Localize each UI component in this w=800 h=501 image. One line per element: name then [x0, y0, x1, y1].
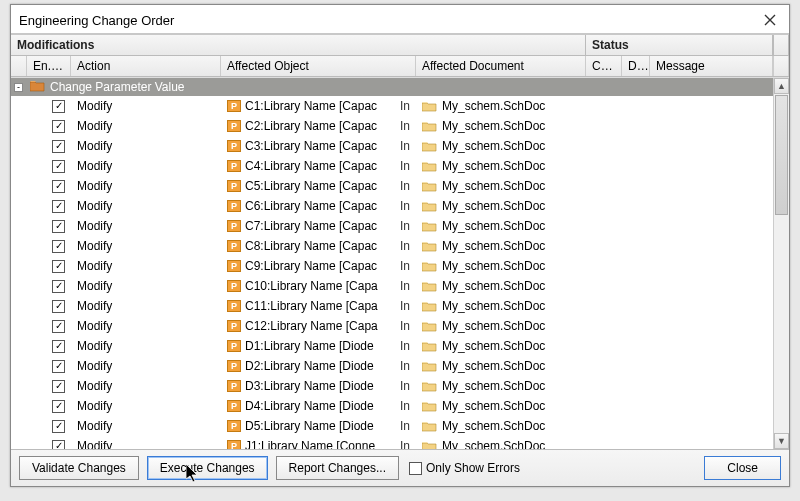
document-folder-icon: [422, 200, 438, 212]
col-header-check[interactable]: Ch...: [586, 56, 622, 76]
report-changes-button[interactable]: Report Changes...: [276, 456, 399, 480]
row-affected-object: PC11:Library Name [CapaIn: [221, 299, 416, 313]
row-enable-checkbox[interactable]: ✓: [27, 360, 71, 373]
row-action: Modify: [71, 199, 221, 213]
execute-changes-button[interactable]: Execute Changes: [147, 456, 268, 480]
parameter-icon: P: [227, 320, 241, 332]
document-folder-icon: [422, 340, 438, 352]
row-affected-document: My_schem.SchDoc: [416, 279, 586, 293]
row-enable-checkbox[interactable]: ✓: [27, 220, 71, 233]
row-action: Modify: [71, 439, 221, 449]
column-headers: En... ▾ Action Affected Object Affected …: [11, 56, 789, 77]
only-show-errors-checkbox[interactable]: Only Show Errors: [409, 461, 520, 475]
parameter-icon: P: [227, 240, 241, 252]
row-action: Modify: [71, 379, 221, 393]
window-title: Engineering Change Order: [19, 13, 174, 28]
scroll-thumb[interactable]: [775, 95, 788, 215]
table-row[interactable]: ✓ModifyPD3:Library Name [DiodeInMy_schem…: [11, 376, 789, 396]
row-affected-object: PD4:Library Name [DiodeIn: [221, 399, 416, 413]
parameter-icon: P: [227, 200, 241, 212]
row-enable-checkbox[interactable]: ✓: [27, 440, 71, 450]
grid-area: - Change Parameter Value ✓ModifyPC1:Libr…: [11, 77, 789, 449]
row-enable-checkbox[interactable]: ✓: [27, 160, 71, 173]
checkbox-icon[interactable]: [409, 462, 422, 475]
table-row[interactable]: ✓ModifyPC7:Library Name [CapacInMy_schem…: [11, 216, 789, 236]
row-affected-object: PC2:Library Name [CapacIn: [221, 119, 416, 133]
parameter-icon: P: [227, 120, 241, 132]
row-enable-checkbox[interactable]: ✓: [27, 280, 71, 293]
document-folder-icon: [422, 300, 438, 312]
parameter-icon: P: [227, 380, 241, 392]
row-enable-checkbox[interactable]: ✓: [27, 340, 71, 353]
table-row[interactable]: ✓ModifyPC1:Library Name [CapacInMy_schem…: [11, 96, 789, 116]
parameter-icon: P: [227, 180, 241, 192]
table-row[interactable]: ✓ModifyPC3:Library Name [CapacInMy_schem…: [11, 136, 789, 156]
parameter-icon: P: [227, 340, 241, 352]
col-header-affected-object[interactable]: Affected Object: [221, 56, 416, 76]
scroll-down-button[interactable]: ▼: [774, 433, 789, 449]
row-action: Modify: [71, 279, 221, 293]
group-row[interactable]: - Change Parameter Value: [11, 78, 789, 96]
scrollbar-header-spacer: [773, 35, 789, 55]
table-row[interactable]: ✓ModifyPC4:Library Name [CapacInMy_schem…: [11, 156, 789, 176]
row-enable-checkbox[interactable]: ✓: [27, 240, 71, 253]
table-row[interactable]: ✓ModifyPC2:Library Name [CapacInMy_schem…: [11, 116, 789, 136]
only-show-errors-label: Only Show Errors: [426, 461, 520, 475]
table-row[interactable]: ✓ModifyPC9:Library Name [CapacInMy_schem…: [11, 256, 789, 276]
row-enable-checkbox[interactable]: ✓: [27, 260, 71, 273]
col-header-message[interactable]: Message: [650, 56, 773, 76]
row-affected-document: My_schem.SchDoc: [416, 299, 586, 313]
row-enable-checkbox[interactable]: ✓: [27, 400, 71, 413]
col-header-enable[interactable]: En... ▾: [27, 56, 71, 76]
row-affected-object: PC4:Library Name [CapacIn: [221, 159, 416, 173]
scroll-up-button[interactable]: ▲: [774, 78, 789, 94]
row-action: Modify: [71, 159, 221, 173]
row-enable-checkbox[interactable]: ✓: [27, 300, 71, 313]
table-row[interactable]: ✓ModifyPC11:Library Name [CapaInMy_schem…: [11, 296, 789, 316]
tree-collapse-icon[interactable]: -: [14, 83, 23, 92]
table-row[interactable]: ✓ModifyPD4:Library Name [DiodeInMy_schem…: [11, 396, 789, 416]
table-row[interactable]: ✓ModifyPC12:Library Name [CapaInMy_schem…: [11, 316, 789, 336]
row-enable-checkbox[interactable]: ✓: [27, 420, 71, 433]
document-folder-icon: [422, 440, 438, 449]
row-affected-document: My_schem.SchDoc: [416, 359, 586, 373]
row-enable-checkbox[interactable]: ✓: [27, 380, 71, 393]
parameter-icon: P: [227, 440, 241, 449]
table-row[interactable]: ✓ModifyPJ1:Library Name [ConneInMy_schem…: [11, 436, 789, 449]
row-enable-checkbox[interactable]: ✓: [27, 120, 71, 133]
row-enable-checkbox[interactable]: ✓: [27, 320, 71, 333]
col-header-affected-document[interactable]: Affected Document: [416, 56, 586, 76]
table-row[interactable]: ✓ModifyPD5:Library Name [DiodeInMy_schem…: [11, 416, 789, 436]
table-row[interactable]: ✓ModifyPC10:Library Name [CapaInMy_schem…: [11, 276, 789, 296]
table-row[interactable]: ✓ModifyPC8:Library Name [CapacInMy_schem…: [11, 236, 789, 256]
document-folder-icon: [422, 220, 438, 232]
table-row[interactable]: ✓ModifyPD2:Library Name [DiodeInMy_schem…: [11, 356, 789, 376]
parameter-icon: P: [227, 140, 241, 152]
row-action: Modify: [71, 179, 221, 193]
vertical-scrollbar[interactable]: ▲ ▼: [773, 78, 789, 449]
row-enable-checkbox[interactable]: ✓: [27, 140, 71, 153]
row-enable-checkbox[interactable]: ✓: [27, 200, 71, 213]
row-enable-checkbox[interactable]: ✓: [27, 180, 71, 193]
table-row[interactable]: ✓ModifyPD1:Library Name [DiodeInMy_schem…: [11, 336, 789, 356]
row-affected-document: My_schem.SchDoc: [416, 419, 586, 433]
validate-changes-button[interactable]: Validate Changes: [19, 456, 139, 480]
parameter-icon: P: [227, 100, 241, 112]
close-button[interactable]: Close: [704, 456, 781, 480]
document-folder-icon: [422, 420, 438, 432]
row-affected-document: My_schem.SchDoc: [416, 159, 586, 173]
close-icon[interactable]: [759, 11, 781, 29]
row-affected-object: PC1:Library Name [CapacIn: [221, 99, 416, 113]
table-row[interactable]: ✓ModifyPC5:Library Name [CapacInMy_schem…: [11, 176, 789, 196]
col-header-action[interactable]: Action: [71, 56, 221, 76]
document-folder-icon: [422, 180, 438, 192]
parameter-icon: P: [227, 300, 241, 312]
table-row[interactable]: ✓ModifyPC6:Library Name [CapacInMy_schem…: [11, 196, 789, 216]
document-folder-icon: [422, 100, 438, 112]
col-header-done[interactable]: D...: [622, 56, 650, 76]
row-affected-object: PJ1:Library Name [ConneIn: [221, 439, 416, 449]
row-affected-document: My_schem.SchDoc: [416, 219, 586, 233]
row-action: Modify: [71, 219, 221, 233]
row-enable-checkbox[interactable]: ✓: [27, 100, 71, 113]
row-affected-object: PC12:Library Name [CapaIn: [221, 319, 416, 333]
